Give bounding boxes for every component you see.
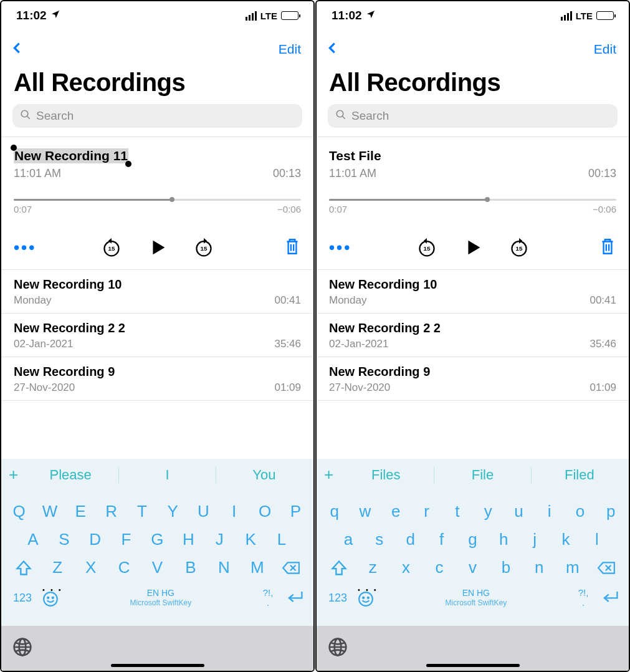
key[interactable]: Z <box>44 558 70 577</box>
suggestion-add-icon[interactable]: + <box>9 465 22 484</box>
keyboard[interactable]: + Files File Filed qwertyuiop asdfghjkl … <box>317 459 629 671</box>
key[interactable]: A <box>20 530 46 549</box>
suggestion[interactable]: Please <box>29 467 112 483</box>
suggestion-add-icon[interactable]: + <box>324 465 338 484</box>
key[interactable]: w <box>352 502 378 521</box>
key[interactable]: J <box>206 530 232 549</box>
globe-icon[interactable] <box>12 637 32 660</box>
keyboard[interactable]: + Please I You QWERTYUIOP ASDFGHJKL ZXCV… <box>1 459 313 671</box>
key[interactable]: y <box>475 502 501 521</box>
return-key[interactable] <box>285 588 305 608</box>
list-item[interactable]: New Recording 2 2 02-Jan-202135:46 <box>1 314 313 357</box>
forward-15-icon[interactable]: 15 <box>508 236 530 259</box>
search-field[interactable]: Search <box>328 104 618 128</box>
expanded-recording[interactable]: New Recording 11 11:01 AM 00:13 0:07 −0:… <box>1 137 313 270</box>
spacebar[interactable]: EN HG Microsoft SwiftKey <box>70 587 251 608</box>
key[interactable]: n <box>526 558 552 577</box>
key[interactable]: s <box>366 530 393 549</box>
suggestion[interactable]: I <box>125 467 209 483</box>
list-item[interactable]: New Recording 10 Monday00:41 <box>317 270 629 314</box>
key[interactable]: d <box>398 530 424 549</box>
search-field[interactable]: Search <box>12 104 302 128</box>
key[interactable]: i <box>537 502 563 521</box>
numbers-key[interactable]: 123 <box>325 592 350 605</box>
key[interactable]: h <box>490 530 517 549</box>
playback-slider[interactable] <box>14 198 301 201</box>
recording-name-input[interactable]: New Recording 11 <box>14 148 128 163</box>
emoji-key[interactable]: • • • <box>42 586 63 610</box>
expanded-recording[interactable]: Test File 11:01 AM 00:13 0:07 −0:06 ••• … <box>317 137 629 270</box>
suggestion[interactable]: You <box>222 467 306 483</box>
key[interactable]: H <box>175 530 201 549</box>
list-item[interactable]: New Recording 10 Monday00:41 <box>1 270 313 314</box>
emoji-key[interactable]: • • • <box>358 586 378 610</box>
key[interactable]: r <box>414 502 440 521</box>
edit-button[interactable]: Edit <box>594 42 616 57</box>
key[interactable]: F <box>113 530 140 549</box>
key[interactable]: L <box>269 530 295 549</box>
key[interactable]: R <box>98 502 125 521</box>
key[interactable]: g <box>459 530 485 549</box>
spacebar[interactable]: EN HG Microsoft SwiftKey <box>386 587 566 608</box>
key[interactable]: k <box>553 530 579 549</box>
key[interactable]: O <box>252 502 278 521</box>
back-button[interactable] <box>325 39 339 60</box>
key[interactable]: j <box>522 530 548 549</box>
key[interactable]: U <box>190 502 216 521</box>
back-button[interactable] <box>10 39 24 60</box>
key[interactable]: o <box>567 502 593 521</box>
key[interactable]: l <box>584 530 610 549</box>
play-button[interactable] <box>146 236 169 259</box>
shift-key[interactable] <box>325 559 353 577</box>
recording-name-input[interactable]: Test File <box>329 148 381 163</box>
key[interactable]: C <box>111 558 137 577</box>
delete-button[interactable] <box>599 237 616 258</box>
key[interactable]: b <box>493 558 519 577</box>
list-item[interactable]: New Recording 9 27-Nov-202001:09 <box>317 357 629 401</box>
key[interactable]: m <box>560 558 586 577</box>
key[interactable]: a <box>335 530 361 549</box>
return-key[interactable] <box>600 588 620 608</box>
key[interactable]: u <box>505 502 532 521</box>
key[interactable]: K <box>237 530 264 549</box>
key[interactable]: I <box>221 502 247 521</box>
punctuation-key[interactable]: ?!,. <box>259 588 277 608</box>
key[interactable]: f <box>429 530 455 549</box>
play-button[interactable] <box>462 236 484 259</box>
key[interactable]: p <box>598 502 624 521</box>
home-indicator[interactable] <box>111 664 204 667</box>
key[interactable]: X <box>78 558 104 577</box>
backspace-key[interactable] <box>593 559 620 577</box>
key[interactable]: v <box>459 558 485 577</box>
key[interactable]: x <box>393 558 419 577</box>
delete-button[interactable] <box>284 237 301 258</box>
playback-slider[interactable] <box>329 198 616 201</box>
home-indicator[interactable] <box>426 664 520 667</box>
key[interactable]: z <box>360 558 386 577</box>
key[interactable]: W <box>37 502 63 521</box>
more-button[interactable]: ••• <box>14 238 36 257</box>
key[interactable]: q <box>322 502 348 521</box>
rewind-15-icon[interactable]: 15 <box>100 236 123 259</box>
list-item[interactable]: New Recording 2 2 02-Jan-202135:46 <box>317 314 629 357</box>
globe-icon[interactable] <box>328 637 348 660</box>
key[interactable]: t <box>444 502 470 521</box>
key[interactable]: G <box>144 530 170 549</box>
key[interactable]: S <box>51 530 77 549</box>
key[interactable]: B <box>178 558 204 577</box>
key[interactable]: V <box>144 558 170 577</box>
key[interactable]: D <box>82 530 108 549</box>
key[interactable]: M <box>244 558 270 577</box>
edit-button[interactable]: Edit <box>279 42 301 57</box>
key[interactable]: Q <box>6 502 32 521</box>
list-item[interactable]: New Recording 9 27-Nov-202001:09 <box>1 357 313 401</box>
key[interactable]: N <box>211 558 237 577</box>
shift-key[interactable] <box>10 559 37 577</box>
key[interactable]: e <box>383 502 409 521</box>
key[interactable]: P <box>282 502 308 521</box>
rewind-15-icon[interactable]: 15 <box>416 236 438 259</box>
more-button[interactable]: ••• <box>329 238 351 257</box>
suggestion[interactable]: Filed <box>538 467 621 483</box>
backspace-key[interactable] <box>277 559 305 577</box>
suggestion[interactable]: Files <box>344 467 427 483</box>
